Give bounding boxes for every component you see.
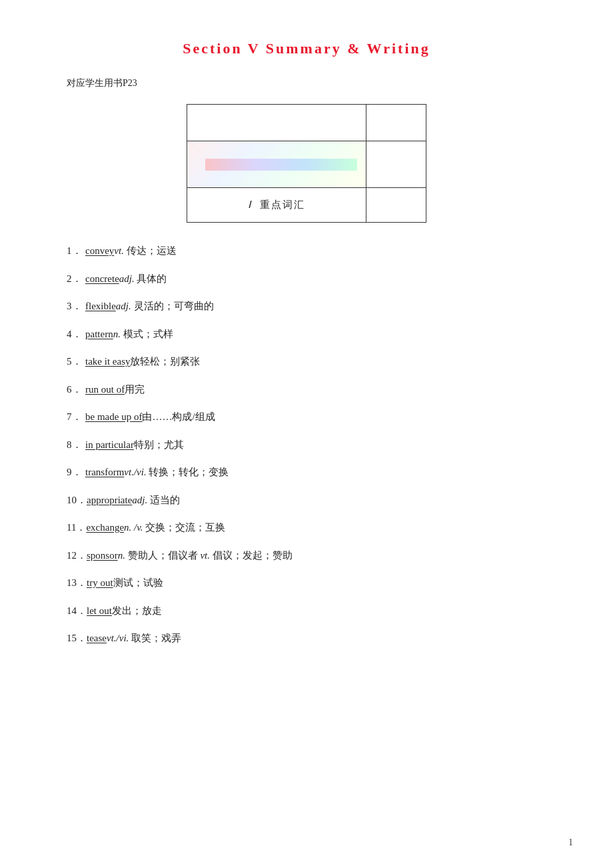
item-number: 9． [67, 464, 85, 481]
vocab-word: appropriate [87, 495, 132, 505]
item-number: 6． [67, 381, 85, 399]
item-number: 10． [67, 492, 87, 509]
table-cell-top-side [366, 105, 426, 141]
vocab-pos: vt./vi. [107, 633, 129, 643]
table-row-top [187, 105, 426, 141]
item-number: 1． [67, 243, 85, 260]
list-item: 15． teasevt./vi. 取笑；戏弄 [67, 630, 546, 647]
vocab-pos: adj. [116, 301, 131, 311]
vocab-pos2: vt. [200, 550, 210, 561]
item-content: patternn. 模式；式样 [85, 326, 546, 343]
vocab-pos: n. [113, 329, 121, 339]
item-content: try out测试；试验 [87, 575, 546, 592]
vocab-word: exchange [86, 522, 124, 533]
item-number: 5． [67, 353, 85, 371]
item-content: teasevt./vi. 取笑；戏弄 [87, 630, 546, 647]
list-item: 10． appropriateadj. 适当的 [67, 492, 546, 509]
page-title: Section V Summary & Writing [67, 40, 546, 57]
item-number: 15． [67, 630, 87, 647]
list-item: 3． flexibleadj. 灵活的；可弯曲的 [67, 298, 546, 315]
table-row-label: Ⅰ 重点词汇 [187, 188, 426, 223]
list-item: 1． conveyvt. 传达；运送 [67, 243, 546, 260]
table-cell-label-main: Ⅰ 重点词汇 [187, 188, 366, 223]
item-content: appropriateadj. 适当的 [87, 492, 546, 509]
item-number: 3． [67, 298, 85, 315]
item-number: 4． [67, 326, 85, 343]
list-item: 6． run out of用完 [67, 381, 546, 399]
item-number: 13． [67, 575, 87, 592]
item-content: take it easy放轻松；别紧张 [85, 353, 546, 371]
item-number: 14． [67, 603, 87, 620]
vocab-word: run out of [85, 384, 125, 395]
table-row-highlight [187, 141, 426, 188]
list-item: 13． try out测试；试验 [67, 575, 546, 592]
item-content: be made up of由……构成/组成 [85, 409, 546, 426]
table-cell-label-side [366, 188, 426, 223]
vocab-word: in particular [85, 439, 134, 450]
section-table: Ⅰ 重点词汇 [187, 104, 426, 223]
vocab-word: flexible [85, 301, 116, 311]
vocab-word: try out [87, 577, 113, 588]
vocab-word: let out [87, 605, 112, 616]
table-cell-highlight-main [187, 141, 366, 188]
item-content: in particular特别；尤其 [85, 437, 546, 454]
list-item: 4． patternn. 模式；式样 [67, 326, 546, 343]
content-table-wrapper: Ⅰ 重点词汇 [67, 104, 546, 223]
subtitle: 对应学生用书P23 [67, 77, 546, 89]
table-cell-top-main [187, 105, 366, 141]
vocab-word: take it easy [85, 356, 130, 367]
item-content: transformvt./vi. 转换；转化；变换 [85, 464, 546, 481]
item-content: exchangen. /v. 交换；交流；互换 [86, 519, 546, 537]
item-number: 8． [67, 437, 85, 454]
vocab-word: transform [85, 467, 124, 477]
vocab-word: pattern [85, 329, 113, 339]
item-content: let out发出；放走 [87, 603, 546, 620]
vocabulary-list: 1． conveyvt. 传达；运送 2． concreteadj. 具体的 3… [67, 243, 546, 647]
list-item: 12． sponsorn. 赞助人；倡议者 vt. 倡议；发起；赞助 [67, 547, 546, 565]
item-number: 11． [67, 519, 86, 537]
vocab-word: tease [87, 633, 107, 643]
vocab-pos: adj. [119, 273, 135, 284]
item-content: flexibleadj. 灵活的；可弯曲的 [85, 298, 546, 315]
item-number: 2． [67, 271, 85, 288]
vocab-pos: vt./vi. [124, 467, 146, 477]
vocab-word: concrete [85, 273, 119, 284]
table-cell-highlight-side [366, 141, 426, 188]
item-number: 12． [67, 547, 87, 565]
list-item: 5． take it easy放轻松；别紧张 [67, 353, 546, 371]
item-content: conveyvt. 传达；运送 [85, 243, 546, 260]
list-item: 9． transformvt./vi. 转换；转化；变换 [67, 464, 546, 481]
item-number: 7． [67, 409, 85, 426]
vocab-pos: adj. [132, 495, 147, 505]
list-item: 8． in particular特别；尤其 [67, 437, 546, 454]
vocab-pos: vt. [114, 245, 124, 256]
list-item: 7． be made up of由……构成/组成 [67, 409, 546, 426]
item-content: concreteadj. 具体的 [85, 271, 546, 288]
list-item: 11． exchangen. /v. 交换；交流；互换 [67, 519, 546, 537]
vocab-word: convey [85, 245, 114, 256]
vocab-pos: n. [118, 550, 125, 561]
roman-numeral: Ⅰ [248, 199, 252, 210]
item-content: sponsorn. 赞助人；倡议者 vt. 倡议；发起；赞助 [87, 547, 546, 565]
list-item: 2． concreteadj. 具体的 [67, 271, 546, 288]
vocab-pos: n. /v. [124, 522, 143, 533]
vocab-word: be made up of [85, 411, 142, 422]
item-content: run out of用完 [85, 381, 546, 399]
list-item: 14． let out发出；放走 [67, 603, 546, 620]
page-number: 1 [568, 837, 573, 848]
vocab-word: sponsor [87, 550, 118, 561]
